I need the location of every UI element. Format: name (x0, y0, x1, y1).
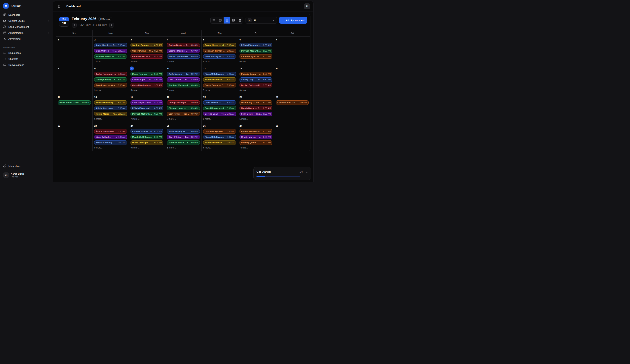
event-pill[interactable]: Cathal Moriarty —…9:00 AM (130, 83, 163, 87)
event-pill[interactable]: Sorcha Egan — Te…8:30 AM (130, 77, 163, 82)
event-pill[interactable]: Pádraig Quinn — …8:00 AM (240, 72, 272, 76)
event-pill[interactable]: Donal Kearney — I…8:30 AM (203, 106, 236, 110)
day-cell-2[interactable]: 2Aoife Murphy — D…8:00 AMCian O'Brien — … (92, 37, 129, 65)
day-cell-3[interactable]: 3Saoirse Brennan …8:00 AMConor Dunne — C… (129, 37, 165, 65)
event-pill[interactable]: Clodagh Healy — I…8:30 AM (94, 77, 127, 82)
event-pill[interactable]: Tadhg Kavanagh …8:00 AM (94, 72, 127, 76)
day-cell-24[interactable]: 24Killian Lynch — De…8:00 AMMeadhbh O'Co… (129, 123, 165, 151)
event-pill[interactable]: Conor Dunne — C…9:00 AM (203, 83, 236, 87)
event-pill[interactable]: Liam Gallagher — …8:30 AM (94, 135, 127, 139)
event-pill[interactable]: Pádraig Quinn — …9:00 AM (240, 140, 272, 145)
more-events-label[interactable]: 5 more… (203, 60, 236, 63)
sidebar-item-lead-management[interactable]: Lead Management (2, 24, 51, 30)
event-pill[interactable]: Éabha Nolan — E…8:00 AM (94, 129, 127, 134)
event-pill[interactable]: Róisín Fitzgerald …8:30 AM (130, 106, 163, 110)
event-pill[interactable]: Ruairí Flanagan —…9:00 AM (130, 140, 163, 145)
view-mode-calendar-days-button[interactable] (236, 17, 243, 23)
more-events-label[interactable]: 5 more… (167, 146, 200, 149)
event-pill[interactable]: Conor Dunne — C…8:30 AM (130, 49, 163, 53)
chevron-up-icon[interactable] (305, 171, 308, 174)
prev-month-button[interactable] (72, 22, 76, 27)
event-pill[interactable]: Eoin Power — Ven…9:00 AM (167, 112, 200, 116)
day-cell-10[interactable]: 10Donal Kearney — I…8:00 AMSorcha Egan —… (129, 65, 165, 94)
event-pill[interactable]: Siobhán Walsh — I…9:00 AM (94, 54, 127, 59)
sidebar-item-dashboard[interactable]: Dashboard (2, 12, 51, 18)
event-pill[interactable]: Doireann Tierney …8:30 AM (203, 49, 236, 53)
event-pill[interactable]: Saoirse Brennan …8:30 AM (203, 77, 236, 82)
event-pill[interactable]: Ciara Whelan — D…8:00 AM (203, 100, 236, 105)
day-cell-12[interactable]: 12Fionn O'Sullivan …8:00 AMSaoirse Brenn… (202, 65, 238, 94)
sidebar-item-chatbots[interactable]: Chatbots (2, 56, 51, 62)
more-events-label[interactable]: 8 more… (240, 89, 272, 92)
event-pill[interactable]: Fergal Moran — Ni…8:00 AM (203, 43, 236, 47)
event-pill[interactable]: Sorcha Egan — Te…9:00 AM (203, 112, 236, 116)
view-mode-columns-2-button[interactable] (217, 17, 224, 23)
day-cell-6[interactable]: 6Róisín Fitzgerald …8:00 AMDarragh McCar… (238, 37, 274, 65)
day-cell-16[interactable]: 16Tomás Hennessy …8:00 AMAilbhe Corcoran… (92, 94, 129, 123)
more-events-label[interactable]: 7 more… (94, 60, 127, 63)
sidebar-item-sequences[interactable]: Sequences (2, 50, 51, 56)
view-mode-grid-2x2-button[interactable] (224, 17, 230, 23)
more-events-label[interactable]: 8 more… (94, 146, 127, 149)
event-pill[interactable]: Cian O'Brien — Te…8:30 AM (167, 77, 200, 82)
day-cell-22[interactable]: 22 (56, 123, 92, 151)
event-pill[interactable]: Niamh Byrne — E…8:30 AM (240, 106, 272, 110)
kebab-menu-icon[interactable] (47, 174, 50, 177)
event-pill[interactable]: Bríd Lennon — Invi…8:00 AM (58, 100, 91, 105)
event-pill[interactable]: Aisling Daly — Ch…8:30 AM (240, 77, 272, 82)
more-events-label[interactable]: 9 more… (130, 146, 163, 149)
day-cell-5[interactable]: 5Fergal Moran — Ni…8:00 AMDoireann Tiern… (202, 37, 238, 65)
event-pill[interactable]: Fionn O'Sullivan …8:00 AM (203, 72, 236, 76)
more-events-label[interactable]: 6 more… (203, 146, 236, 149)
event-pill[interactable]: Eoin Power — Ven…8:00 AM (240, 129, 272, 134)
day-cell-23[interactable]: 23Éabha Nolan — E…8:00 AMLiam Gallagher … (92, 123, 129, 151)
event-pill[interactable]: Cian O'Brien — Te…8:30 AM (167, 135, 200, 139)
event-pill[interactable]: Róisín Fitzgerald …8:00 AM (240, 43, 272, 47)
day-cell-11[interactable]: 11Aoife Murphy — D…8:00 AMCian O'Brien —… (165, 65, 201, 94)
day-cell-19[interactable]: 19Ciara Whelan — D…8:00 AMDonal Kearney … (202, 94, 238, 123)
event-pill[interactable]: Orlaith Murray — …8:30 AM (240, 135, 272, 139)
event-pill[interactable]: Maeve Connolly —…9:00 AM (94, 140, 127, 145)
event-pill[interactable]: Killian Lynch — De…8:00 AM (130, 129, 163, 134)
more-events-label[interactable]: 7 more… (240, 146, 272, 149)
event-pill[interactable]: Éabha Nolan — E…9:00 AM (130, 54, 163, 59)
day-cell-17[interactable]: 17Seán Doyle — Imp…8:00 AMRóisín Fitzger… (129, 94, 165, 123)
day-cell-28[interactable]: 28 (274, 123, 310, 151)
event-pill[interactable]: Caoimhe Ryan — …9:00 AM (240, 54, 272, 59)
org-switcher[interactable]: AC Acme Clinic Pro Plan (2, 171, 51, 179)
sidebar-item-integrations[interactable]: Integrations (2, 163, 51, 169)
event-pill[interactable]: Siobhán Walsh — I…9:00 AM (167, 140, 200, 145)
sidebar-item-appointments[interactable]: Appointments (2, 30, 51, 36)
event-pill[interactable]: Saoirse Brennan …8:00 AM (130, 43, 163, 47)
event-pill[interactable]: Cian O'Brien — Te…8:30 AM (94, 49, 127, 53)
more-events-label[interactable]: 7 more… (130, 118, 163, 120)
event-pill[interactable]: Declan Burke — R…8:00 AM (167, 43, 200, 47)
event-pill[interactable]: Aoife Murphy — D…8:00 AM (167, 72, 200, 76)
event-pill[interactable]: Fionn O'Sullivan …8:30 AM (203, 135, 236, 139)
event-pill[interactable]: Tadhg Kavanagh …8:00 AM (167, 100, 200, 105)
more-events-label[interactable]: 9 more… (203, 118, 236, 120)
day-cell-27[interactable]: 27Eoin Power — Ven…8:00 AMOrlaith Murray… (238, 123, 274, 151)
event-pill[interactable]: Seán Doyle — Imp…8:00 AM (130, 100, 163, 105)
day-cell-13[interactable]: 13Pádraig Quinn — …8:00 AMAisling Daly —… (238, 65, 274, 94)
event-pill[interactable]: Caoimhe Ryan — …8:00 AM (203, 129, 236, 134)
event-pill[interactable]: Darragh McCarth…8:30 AM (240, 49, 272, 53)
more-events-label[interactable]: 6 more… (94, 118, 127, 120)
day-cell-15[interactable]: 15Bríd Lennon — Invi…8:00 AM (56, 94, 92, 123)
add-appointment-button[interactable]: Add Appointment (279, 17, 307, 24)
more-events-label[interactable]: 8 more… (167, 118, 200, 120)
day-cell-7[interactable]: 7 (274, 37, 310, 65)
more-events-label[interactable]: 9 more… (167, 60, 200, 63)
event-pill[interactable]: Siobhán Walsh — I…9:00 AM (167, 83, 200, 87)
more-events-label[interactable]: 6 more… (167, 89, 200, 92)
user-avatar[interactable]: D (304, 3, 310, 9)
event-pill[interactable]: Gráinne Maguire …8:30 AM (167, 49, 200, 53)
sidebar-toggle-button[interactable] (56, 4, 62, 9)
event-pill[interactable]: Aoife Murphy — D…8:00 AM (94, 43, 127, 47)
event-pill[interactable]: Meadhbh O'Conn…8:30 AM (130, 135, 163, 139)
day-cell-9[interactable]: 9Tadhg Kavanagh …8:00 AMClodagh Healy — … (92, 65, 129, 94)
day-cell-21[interactable]: 21Conor Dunne — C…8:00 AM (274, 94, 310, 123)
view-mode-list-button[interactable] (210, 17, 217, 23)
more-events-label[interactable]: 5 more… (130, 89, 163, 92)
event-pill[interactable]: Killian Lynch — De…9:00 AM (167, 54, 200, 59)
